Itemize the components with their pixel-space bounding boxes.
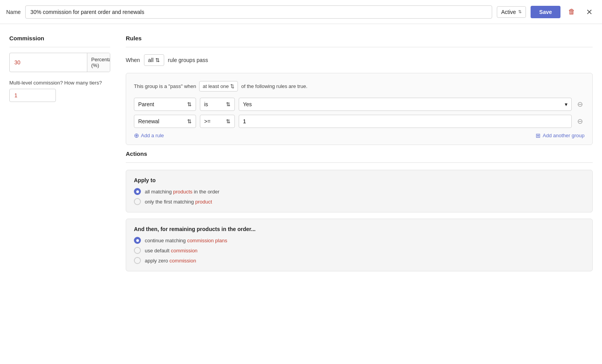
commission-value-input[interactable] [10,56,87,69]
rule-field-chevron-icon-1: ⇅ [187,101,192,107]
multilevel-label: Multi-level commission? How many tiers? [9,80,110,86]
main-content: Commission Percentage (%) ⇅ Multi-level … [0,24,602,282]
group-pass-select[interactable]: at least one ⇅ [199,81,238,91]
name-label: Name [6,9,21,15]
rule-field-label-2: Renewal [138,118,159,124]
status-select-wrapper[interactable]: Active ⇅ [497,6,526,18]
close-icon: ✕ [586,8,593,16]
status-value: Active [501,9,516,15]
tiers-input[interactable] [9,89,56,102]
when-select[interactable]: all ⇅ [144,54,164,66]
commission-type-label: Percentage (%) [91,57,110,68]
when-value: all [148,57,154,63]
when-suffix: rule groups pass [168,57,208,63]
plus-circle-icon: ⊕ [134,132,139,139]
apply-to-title: Apply to [134,177,585,183]
rule-value-chevron-icon-1: ▾ [565,101,567,107]
delete-button[interactable]: 🗑 [565,6,578,17]
rule-op-label-2: >= [204,118,210,124]
commission-title: Commission [9,35,110,41]
table-row: Renewal ⇅ >= ⇅ ⊖ [134,115,585,128]
and-then-box: And then, for remaining products in the … [126,219,593,271]
name-input[interactable] [25,5,492,19]
group-pass-value: at least one [203,83,229,89]
add-another-group-label: Add another group [543,133,585,138]
and-then-radio-circle-2 [134,247,141,254]
rule-field-label-1: Parent [138,101,154,107]
group-footer: ⊕ Add a rule ⊞ Add another group [134,132,585,139]
and-then-label-1: continue matching commission plans [145,238,227,243]
actions-title: Actions [126,150,593,157]
and-then-option-1[interactable]: continue matching commission plans [134,237,585,244]
group-pass-prefix: This group is a "pass" when [134,83,196,89]
apply-to-option-2[interactable]: only the first matching product [134,198,585,205]
commission-type-select[interactable]: Percentage (%) ⇅ [87,53,110,72]
rule-op-chevron-icon-2: ⇅ [226,118,231,124]
rule-field-select-1[interactable]: Parent ⇅ [134,98,196,111]
group-pass-suffix: of the following rules are true. [241,83,307,89]
actions-section: Actions Apply to all matching products i… [126,150,593,271]
rule-value-input-2[interactable] [239,115,572,128]
header: Name Active ⇅ Save 🗑 ✕ [0,0,602,24]
delete-icon: 🗑 [568,8,575,16]
rule-op-label-1: is [204,101,208,107]
radio-circle-1 [134,188,141,195]
rules-title: Rules [126,35,593,41]
save-button[interactable]: Save [531,6,560,18]
remove-rule-button-2[interactable]: ⊖ [576,117,585,126]
rules-section: Rules When all ⇅ rule groups pass This g… [126,35,593,145]
radio-circle-2 [134,198,141,205]
apply-to-box: Apply to all matching products in the or… [126,170,593,212]
right-panel: Rules When all ⇅ rule groups pass This g… [126,35,593,271]
rule-op-chevron-icon-1: ⇅ [226,101,231,107]
rule-op-select-1[interactable]: is ⇅ [200,98,235,111]
rule-field-select-2[interactable]: Renewal ⇅ [134,115,196,128]
when-label: When [126,57,140,63]
group-pass-chevron-icon: ⇅ [230,83,234,89]
and-then-radio-circle-3 [134,257,141,264]
apply-to-label-2: only the first matching product [145,199,212,205]
rule-field-chevron-icon-2: ⇅ [187,118,192,124]
rule-value-select-1[interactable]: Yes ▾ [239,98,572,111]
and-then-label-2: use default commission [145,248,198,254]
and-then-option-2[interactable]: use default commission [134,247,585,254]
rule-op-select-2[interactable]: >= ⇅ [200,115,235,128]
apply-to-label-1: all matching products in the order [145,189,219,195]
close-button[interactable]: ✕ [583,6,596,18]
minus-circle-icon-2: ⊖ [577,117,583,125]
add-rule-label: Add a rule [141,133,164,138]
minus-circle-icon-1: ⊖ [577,100,583,108]
add-rule-button[interactable]: ⊕ Add a rule [134,132,164,139]
and-then-label-3: apply zero commission [145,258,196,264]
and-then-option-3[interactable]: apply zero commission [134,257,585,264]
status-chevron-icon: ⇅ [518,9,522,14]
plus-square-icon: ⊞ [536,132,541,139]
add-another-group-button[interactable]: ⊞ Add another group [536,132,585,139]
rule-value-label-1: Yes [243,101,252,107]
and-then-radio-circle-1 [134,237,141,244]
left-panel: Commission Percentage (%) ⇅ Multi-level … [9,35,110,271]
commission-input-row: Percentage (%) ⇅ [9,53,110,72]
when-row: When all ⇅ rule groups pass [126,54,593,66]
when-chevron-icon: ⇅ [155,57,160,63]
rule-group-box: This group is a "pass" when at least one… [126,73,593,145]
table-row: Parent ⇅ is ⇅ Yes ▾ ⊖ [134,98,585,111]
and-then-title: And then, for remaining products in the … [134,226,585,232]
remove-rule-button-1[interactable]: ⊖ [576,100,585,109]
apply-to-option-1[interactable]: all matching products in the order [134,188,585,195]
group-pass-row: This group is a "pass" when at least one… [134,81,585,91]
